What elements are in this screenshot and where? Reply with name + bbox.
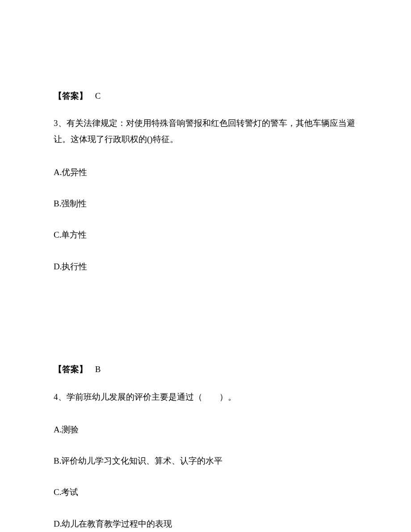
answer-value: C (95, 91, 101, 101)
option-text: B.强制性 (54, 199, 87, 208)
question-4-option-b: B.评价幼儿学习文化知识、算术、认字的水平 (54, 454, 357, 468)
question-3-stem: 3、有关法律规定：对使用特殊音响警报和红色回转警灯的警车，其他车辆应当避让。这体… (54, 115, 357, 147)
option-text: D.幼儿在教育教学过程中的表现 (54, 519, 172, 528)
option-text: D.执行性 (54, 262, 87, 271)
question-3-option-b: B.强制性 (54, 197, 357, 210)
spacer (54, 291, 357, 363)
option-text: B.评价幼儿学习文化知识、算术、认字的水平 (54, 456, 222, 465)
question-text: 学前班幼儿发展的评价主要是通过（ ）。 (67, 392, 236, 402)
answer-label: 【答案】 (54, 91, 88, 101)
option-text: A.测验 (54, 425, 79, 434)
question-4-stem: 4、学前班幼儿发展的评价主要是通过（ ）。 (54, 389, 357, 405)
answer-label: 【答案】 (54, 364, 88, 374)
question-3-option-a: A.优异性 (54, 166, 357, 179)
question-4-option-d: D.幼儿在教育教学过程中的表现 (54, 517, 357, 531)
question-number: 4、 (54, 392, 67, 402)
question-3-option-d: D.执行性 (54, 260, 357, 273)
answer-value: B (95, 364, 101, 374)
answer-block-1: 【答案】 C (54, 89, 357, 103)
question-3-option-c: C.单方性 (54, 228, 357, 242)
question-4-option-a: A.测验 (54, 423, 357, 436)
question-text: 有关法律规定：对使用特殊音响警报和红色回转警灯的警车，其他车辆应当避让。这体现了… (54, 118, 355, 144)
option-text: A.优异性 (54, 168, 87, 177)
option-text: C.考试 (54, 487, 78, 497)
question-4-option-c: C.考试 (54, 486, 357, 499)
option-text: C.单方性 (54, 230, 87, 239)
answer-block-2: 【答案】 B (54, 363, 357, 376)
question-number: 3、 (54, 118, 67, 128)
document-page: 【答案】 C 3、有关法律规定：对使用特殊音响警报和红色回转警灯的警车，其他车辆… (0, 0, 411, 531)
